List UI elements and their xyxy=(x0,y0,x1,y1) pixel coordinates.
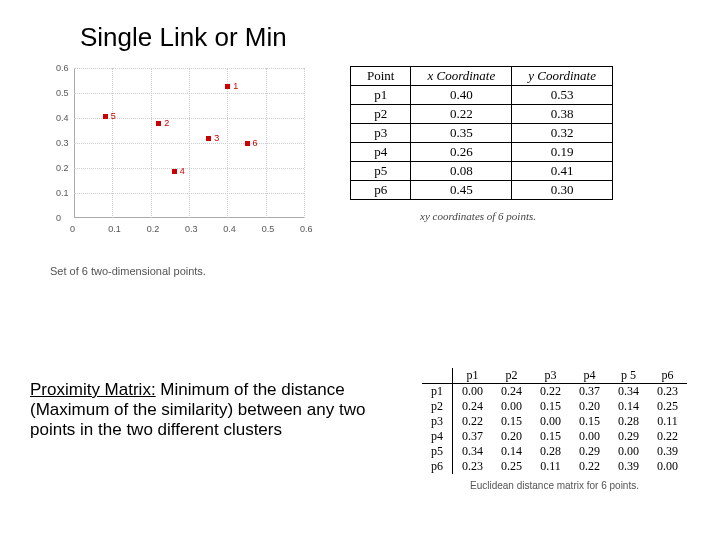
table-cell: 0.08 xyxy=(411,162,512,181)
prox-col-header xyxy=(422,368,453,384)
prox-caption: Euclidean distance matrix for 6 points. xyxy=(470,480,639,491)
table-cell: p6 xyxy=(351,181,411,200)
table-cell: 0.32 xyxy=(512,124,613,143)
col-point: Point xyxy=(351,67,411,86)
y-tick: 0.6 xyxy=(56,63,69,73)
gridline-v xyxy=(189,68,190,218)
table-cell: 0.22 xyxy=(531,384,570,400)
prox-col-header: p2 xyxy=(492,368,531,384)
data-point xyxy=(206,136,211,141)
table-cell: 0.40 xyxy=(411,86,512,105)
table-cell: 0.14 xyxy=(492,444,531,459)
coord-tbody: p10.400.53p20.220.38p30.350.32p40.260.19… xyxy=(351,86,613,200)
coordinates-table: Point x Coordinate y Coordinate p10.400.… xyxy=(350,66,613,200)
data-point xyxy=(103,114,108,119)
table-row: p40.370.200.150.000.290.22 xyxy=(422,429,687,444)
table-cell: 0.00 xyxy=(531,414,570,429)
data-point xyxy=(225,84,230,89)
prox-col-header: p1 xyxy=(453,368,493,384)
table-cell: 0.25 xyxy=(648,399,687,414)
table-cell: 0.00 xyxy=(453,384,493,400)
table-cell: p5 xyxy=(351,162,411,181)
x-tick: 0.6 xyxy=(300,224,313,234)
table-cell: 0.22 xyxy=(648,429,687,444)
x-tick: 0.2 xyxy=(147,224,160,234)
table-cell: 0.00 xyxy=(492,399,531,414)
table-cell: 0.38 xyxy=(512,105,613,124)
table-cell: 0.37 xyxy=(570,384,609,400)
gridline-v xyxy=(304,68,305,218)
table-cell: p4 xyxy=(351,143,411,162)
x-tick: 0.3 xyxy=(185,224,198,234)
gridline-v xyxy=(266,68,267,218)
prox-col-header: p4 xyxy=(570,368,609,384)
table-cell: 0.23 xyxy=(453,459,493,474)
data-point xyxy=(245,141,250,146)
table-row: p60.230.250.110.220.390.00 xyxy=(422,459,687,474)
prox-col-header: p6 xyxy=(648,368,687,384)
table-cell: 0.41 xyxy=(512,162,613,181)
proximity-matrix-table: p1p2p3p4p 5p6 p10.000.240.220.370.340.23… xyxy=(422,368,687,474)
table-row: p50.340.140.280.290.000.39 xyxy=(422,444,687,459)
coord-caption: xy coordinates of 6 points. xyxy=(420,210,536,222)
y-tick: 0.1 xyxy=(56,188,69,198)
table-cell: 0.25 xyxy=(492,459,531,474)
table-cell: 0.30 xyxy=(512,181,613,200)
table-row: p30.220.150.000.150.280.11 xyxy=(422,414,687,429)
table-cell: 0.24 xyxy=(453,399,493,414)
table-cell: 0.53 xyxy=(512,86,613,105)
row-header: p3 xyxy=(422,414,453,429)
x-tick: 0.1 xyxy=(108,224,121,234)
table-cell: 0.35 xyxy=(411,124,512,143)
table-cell: 0.37 xyxy=(453,429,493,444)
table-cell: 0.23 xyxy=(648,384,687,400)
y-tick: 0.2 xyxy=(56,163,69,173)
table-cell: p2 xyxy=(351,105,411,124)
scatter-plot: 00.10.20.30.40.50.600.10.20.30.40.50.612… xyxy=(46,64,326,254)
table-row: p20.220.38 xyxy=(351,105,613,124)
table-row: p10.400.53 xyxy=(351,86,613,105)
table-cell: 0.20 xyxy=(492,429,531,444)
table-row: p40.260.19 xyxy=(351,143,613,162)
table-cell: 0.00 xyxy=(648,459,687,474)
y-tick: 0.4 xyxy=(56,113,69,123)
table-row: p30.350.32 xyxy=(351,124,613,143)
table-cell: 0.29 xyxy=(609,429,648,444)
data-point-label: 5 xyxy=(111,111,116,121)
row-header: p5 xyxy=(422,444,453,459)
table-cell: 0.39 xyxy=(648,444,687,459)
table-row: p50.080.41 xyxy=(351,162,613,181)
table-cell: 0.20 xyxy=(570,399,609,414)
table-cell: 0.15 xyxy=(531,399,570,414)
y-tick: 0.5 xyxy=(56,88,69,98)
proximity-label: Proximity Matrix: xyxy=(30,380,156,399)
y-tick: 0.3 xyxy=(56,138,69,148)
table-cell: 0.11 xyxy=(531,459,570,474)
table-cell: 0.19 xyxy=(512,143,613,162)
table-row: p10.000.240.220.370.340.23 xyxy=(422,384,687,400)
data-point xyxy=(156,121,161,126)
row-header: p2 xyxy=(422,399,453,414)
col-x: x Coordinate xyxy=(411,67,512,86)
table-cell: 0.15 xyxy=(492,414,531,429)
table-row: p20.240.000.150.200.140.25 xyxy=(422,399,687,414)
prox-header-row: p1p2p3p4p 5p6 xyxy=(422,368,687,384)
proximity-description: Proximity Matrix: Minimum of the distanc… xyxy=(30,380,410,440)
page-title: Single Link or Min xyxy=(80,22,287,53)
x-tick: 0 xyxy=(70,224,75,234)
table-cell: 0.28 xyxy=(531,444,570,459)
data-point-label: 4 xyxy=(180,166,185,176)
y-tick: 0 xyxy=(56,213,61,223)
row-header: p6 xyxy=(422,459,453,474)
data-point xyxy=(172,169,177,174)
table-cell: 0.34 xyxy=(609,384,648,400)
gridline-v xyxy=(227,68,228,218)
x-tick: 0.4 xyxy=(223,224,236,234)
x-tick: 0.5 xyxy=(262,224,275,234)
table-cell: p3 xyxy=(351,124,411,143)
col-y: y Coordinate xyxy=(512,67,613,86)
table-cell: 0.15 xyxy=(531,429,570,444)
prox-tbody: p10.000.240.220.370.340.23p20.240.000.15… xyxy=(422,384,687,475)
data-point-label: 6 xyxy=(253,138,258,148)
table-cell: 0.11 xyxy=(648,414,687,429)
